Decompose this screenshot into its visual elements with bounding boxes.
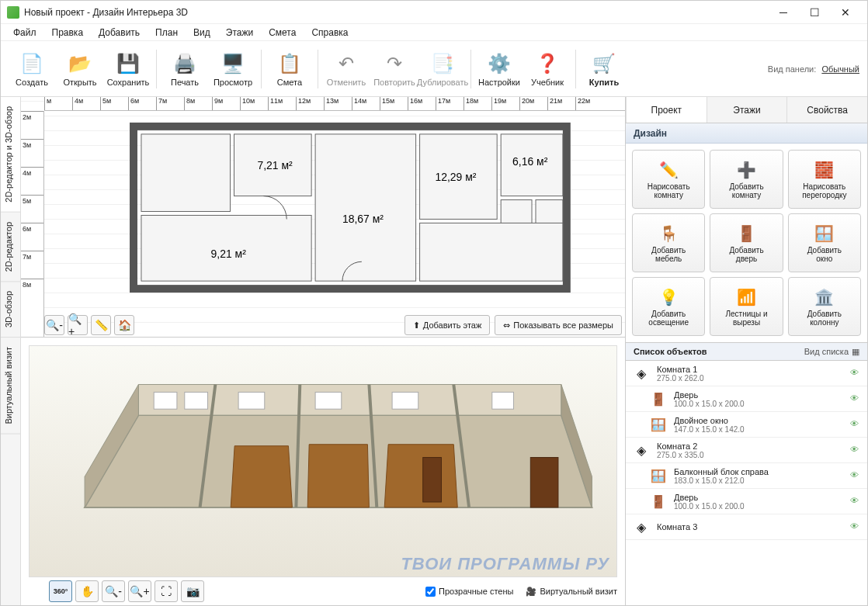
- panel-mode-label: Вид панели: Обычный: [768, 64, 859, 74]
- tool-icon: 🚪: [735, 223, 757, 244]
- tab-2d[interactable]: 2D-редактор: [1, 213, 20, 282]
- transparent-walls-checkbox[interactable]: Прозрачные стены: [425, 587, 513, 597]
- notepad-icon: 📋: [277, 51, 302, 76]
- render-view-3d[interactable]: 360° ✋ 🔍- 🔍+ ⛶ 📷 Прозрачные стены 🎥Вирту…: [21, 338, 625, 605]
- tool-0[interactable]: ✏️Нарисоватькомнату: [632, 150, 705, 209]
- tab-virtual[interactable]: Виртуальный визит: [1, 338, 20, 435]
- menu-edit[interactable]: Правка: [46, 26, 90, 40]
- redo-button[interactable]: ↷Повторить: [371, 44, 418, 94]
- svg-marker-30: [307, 445, 369, 507]
- plan-view-2d[interactable]: м4м5м6м7м8м9м10м11м12м13м14м15м16м17м18м…: [21, 97, 625, 338]
- buy-button[interactable]: 🛒Купить: [581, 44, 627, 94]
- svg-marker-31: [384, 445, 457, 507]
- visibility-toggle[interactable]: 👁: [850, 368, 861, 379]
- undo-icon: ↶: [334, 51, 359, 76]
- menu-plan[interactable]: План: [149, 26, 184, 40]
- tool-8[interactable]: 🏛️Добавитьколонну: [788, 277, 861, 336]
- show-dims-button[interactable]: ⇔Показывать все размеры: [495, 315, 622, 335]
- object-icon: ◈: [632, 364, 651, 383]
- preview-button[interactable]: 🖥️Просмотр: [210, 44, 256, 94]
- view-list-toggle[interactable]: Вид списка ▦: [804, 347, 859, 357]
- tool-3[interactable]: 🪑Добавитьмебель: [632, 213, 705, 272]
- svg-rect-23: [154, 392, 177, 409]
- design-tools: ✏️Нарисоватькомнату➕Добавитькомнату🧱Нари…: [626, 144, 867, 342]
- tab-2d-3d[interactable]: 2D-редактор и 3D-обзор: [1, 97, 20, 213]
- tool-6[interactable]: 💡Добавитьосвещение: [632, 277, 705, 336]
- object-icon: 🚪: [649, 492, 668, 511]
- tab-project[interactable]: Проект: [626, 97, 707, 123]
- object-item[interactable]: ◈ Комната 3 👁: [626, 514, 867, 540]
- visibility-toggle[interactable]: 👁: [850, 419, 861, 430]
- maximize-button[interactable]: ☐: [799, 2, 830, 23]
- estimate-button[interactable]: 📋Смета: [266, 44, 313, 94]
- duplicate-button[interactable]: 📑Дублировать: [419, 44, 466, 94]
- tool-icon: 📶: [735, 286, 757, 308]
- gear-icon: ⚙️: [487, 51, 512, 76]
- open-button[interactable]: 📂Открыть: [57, 44, 103, 94]
- menu-view[interactable]: Вид: [187, 26, 217, 40]
- save-button[interactable]: 💾Сохранить: [105, 44, 151, 94]
- rotate-360-button[interactable]: 360°: [49, 580, 72, 602]
- object-item[interactable]: 🪟 Балконный блок справа183.0 x 15.0 x 21…: [626, 463, 867, 489]
- menu-help[interactable]: Справка: [305, 26, 354, 40]
- ruler-vertical: 2м3м4м5м6м7м8м: [21, 111, 44, 337]
- undo-button[interactable]: ↶Отменить: [323, 44, 370, 94]
- svg-marker-29: [231, 446, 292, 507]
- render-canvas[interactable]: [29, 345, 617, 577]
- tool-icon: 🪟: [814, 223, 835, 244]
- tab-floors[interactable]: Этажи: [707, 97, 787, 123]
- virtual-visit-button[interactable]: 🎥Виртуальный визит: [526, 587, 617, 597]
- right-panel: Проект Этажи Свойства Дизайн ✏️Нарисоват…: [625, 97, 867, 605]
- svg-text:7,21 м²: 7,21 м²: [257, 159, 293, 171]
- tool-7[interactable]: 📶Лестницы ивырезы: [710, 277, 783, 336]
- objects-list[interactable]: ◈ Комната 1275.0 x 262.0 👁🚪 Дверь100.0 x…: [626, 361, 867, 605]
- zoom-in-3d-button[interactable]: 🔍+: [128, 580, 151, 602]
- fit-button[interactable]: ⛶: [155, 580, 178, 602]
- menu-estimate[interactable]: Смета: [262, 26, 302, 40]
- help-icon: ❓: [535, 51, 560, 76]
- object-item[interactable]: 🚪 Дверь100.0 x 15.0 x 200.0 👁: [626, 386, 867, 412]
- tool-icon: 🪑: [658, 223, 679, 244]
- menu-add[interactable]: Добавить: [92, 26, 146, 40]
- object-item[interactable]: 🪟 Двойное окно147.0 x 15.0 x 142.0 👁: [626, 412, 867, 438]
- minimize-button[interactable]: ─: [768, 2, 799, 23]
- tool-4[interactable]: 🚪Добавитьдверь: [710, 213, 783, 272]
- svg-rect-26: [315, 392, 342, 409]
- tool-2[interactable]: 🧱Нарисоватьперегородку: [788, 150, 861, 209]
- menu-file[interactable]: Файл: [7, 26, 43, 40]
- zoom-out-button[interactable]: 🔍-: [44, 315, 64, 335]
- panel-mode-link[interactable]: Обычный: [821, 64, 859, 74]
- tool-icon: 🏛️: [814, 286, 835, 308]
- object-item[interactable]: ◈ Комната 1275.0 x 262.0 👁: [626, 361, 867, 386]
- create-button[interactable]: 📄Создать: [9, 44, 55, 94]
- home-button[interactable]: 🏠: [114, 315, 134, 335]
- tool-1[interactable]: ➕Добавитькомнату: [710, 150, 783, 209]
- menubar: Файл Правка Добавить План Вид Этажи Смет…: [1, 24, 867, 41]
- object-icon: 🪟: [649, 466, 668, 485]
- visibility-toggle[interactable]: 👁: [850, 393, 861, 404]
- menu-floors[interactable]: Этажи: [220, 26, 259, 40]
- visibility-toggle[interactable]: 👁: [850, 521, 861, 532]
- new-icon: 📄: [19, 51, 44, 76]
- visibility-toggle[interactable]: 👁: [850, 445, 861, 455]
- settings-button[interactable]: ⚙️Настройки: [476, 44, 523, 94]
- visibility-toggle[interactable]: 👁: [850, 470, 861, 481]
- tab-properties[interactable]: Свойства: [786, 97, 867, 123]
- camera-button[interactable]: 📷: [181, 580, 204, 602]
- print-button[interactable]: 🖨️Печать: [161, 44, 208, 94]
- view-tabs: 2D-редактор и 3D-обзор 2D-редактор 3D-об…: [1, 97, 21, 605]
- object-item[interactable]: ◈ Комната 2275.0 x 335.0 👁: [626, 438, 867, 463]
- close-button[interactable]: ✕: [830, 2, 861, 23]
- zoom-in-button[interactable]: 🔍+: [68, 315, 88, 335]
- visibility-toggle[interactable]: 👁: [850, 496, 861, 507]
- floor-plan-canvas[interactable]: 7,21 м² 18,67 м² 12,29 м² 6,16 м² 9,21 м…: [44, 111, 625, 312]
- object-item[interactable]: 🚪 Дверь100.0 x 15.0 x 200.0 👁: [626, 489, 867, 514]
- tool-5[interactable]: 🪟Добавитьокно: [788, 213, 861, 272]
- measure-button[interactable]: 📏: [91, 315, 111, 335]
- svg-rect-24: [185, 392, 208, 409]
- add-floor-button[interactable]: ⬆Добавить этаж: [404, 315, 490, 335]
- tab-3d[interactable]: 3D-обзор: [1, 282, 20, 338]
- zoom-out-3d-button[interactable]: 🔍-: [102, 580, 125, 602]
- tutorial-button[interactable]: ❓Учебник: [524, 44, 571, 94]
- pan-button[interactable]: ✋: [75, 580, 99, 602]
